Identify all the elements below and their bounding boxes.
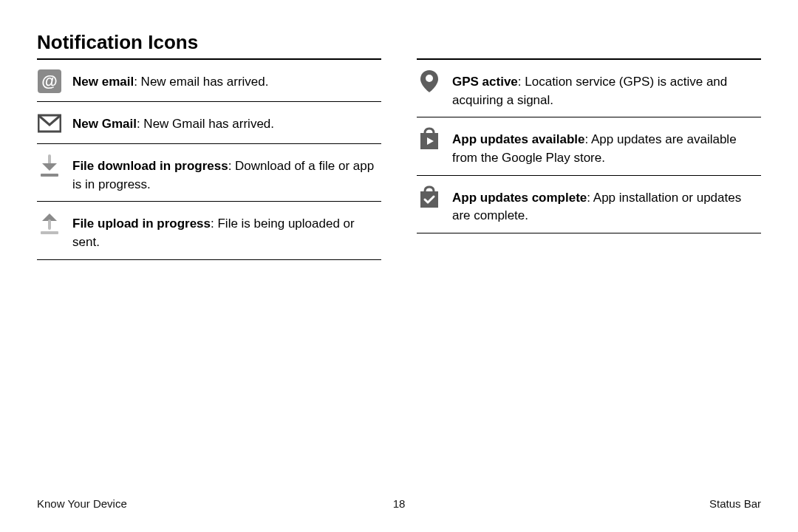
shopping-bag-play-icon bbox=[417, 126, 442, 151]
section-title: Notification Icons bbox=[37, 31, 761, 54]
gmail-icon bbox=[37, 111, 62, 136]
left-column: @ New email: New email has arrived. New … bbox=[37, 58, 381, 260]
at-icon: @ bbox=[37, 69, 62, 94]
item-text: App updates complete: App installation o… bbox=[452, 185, 761, 225]
shopping-bag-check-icon bbox=[417, 185, 442, 210]
svg-text:@: @ bbox=[41, 72, 57, 90]
list-item: File upload in progress: File is being u… bbox=[37, 202, 381, 259]
location-pin-icon bbox=[417, 69, 442, 94]
right-column: GPS active: Location service (GPS) is ac… bbox=[417, 58, 761, 260]
list-item: GPS active: Location service (GPS) is ac… bbox=[417, 60, 761, 117]
list-item: @ New email: New email has arrived. bbox=[37, 60, 381, 102]
item-text: GPS active: Location service (GPS) is ac… bbox=[452, 69, 761, 109]
item-text: File upload in progress: File is being u… bbox=[72, 211, 381, 251]
item-text: New email: New email has arrived. bbox=[72, 69, 269, 92]
download-icon bbox=[37, 153, 62, 178]
footer-right: Status Bar bbox=[709, 497, 761, 510]
svg-point-5 bbox=[426, 75, 433, 82]
svg-rect-4 bbox=[41, 231, 58, 234]
list-item: App updates available: App updates are a… bbox=[417, 117, 761, 175]
list-item: New Gmail: New Gmail has arrived. bbox=[37, 102, 381, 144]
list-item: File download in progress: Download of a… bbox=[37, 144, 381, 202]
page-footer: Know Your Device 18 Status Bar bbox=[37, 497, 761, 510]
item-text: New Gmail: New Gmail has arrived. bbox=[72, 111, 274, 134]
item-text: File download in progress: Download of a… bbox=[72, 153, 381, 194]
svg-rect-3 bbox=[41, 174, 58, 177]
item-text: App updates available: App updates are a… bbox=[452, 126, 761, 167]
page-number: 18 bbox=[393, 497, 406, 510]
footer-left: Know Your Device bbox=[37, 497, 127, 510]
upload-icon bbox=[37, 211, 62, 236]
list-item: App updates complete: App installation o… bbox=[417, 176, 761, 233]
